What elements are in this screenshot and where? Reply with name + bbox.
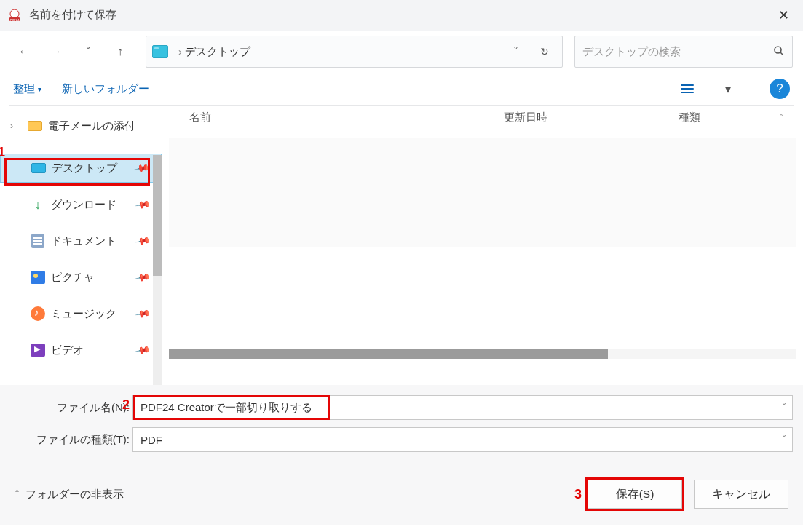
folder-icon [152, 45, 168, 58]
chevron-down-icon: ˅ [85, 45, 91, 59]
forward-button[interactable]: → [42, 38, 70, 65]
tree-item-downloads[interactable]: ↓ ダウンロード 📌 [0, 190, 162, 219]
chevron-up-icon: ˄ [15, 488, 20, 500]
column-type[interactable]: 種類 [679, 111, 759, 124]
tree-item-pictures[interactable]: ピクチャ 📌 [0, 263, 162, 292]
search-icon [773, 45, 785, 59]
chevron-down-icon: ▾ [725, 82, 731, 96]
hide-folders-button[interactable]: ˄ フォルダーの非表示 [15, 488, 124, 501]
dialog-title: 名前を付けて保存 [29, 8, 767, 22]
tree-item-music[interactable]: ミュージック 📌 [0, 299, 162, 328]
tree-item-email-attachments[interactable]: › 電子メールの添付 [0, 111, 162, 140]
horizontal-scrollbar-thumb[interactable] [169, 349, 608, 359]
chevron-down-icon[interactable]: ˅ [782, 434, 786, 445]
toolbar: 整理 ▾ 新しいフォルダー ▾ ? [0, 73, 803, 105]
svg-line-4 [780, 52, 783, 55]
body-area: 1 › 電子メールの添付 デスクトップ 📌 ↓ ダウンロード 📌 ドキュメント … [0, 106, 803, 385]
tree-item-label: ピクチャ [51, 271, 95, 285]
up-button[interactable]: ↑ [106, 38, 134, 65]
titlebar: PDF24 名前を付けて保存 ✕ [0, 0, 803, 31]
refresh-icon: ↻ [540, 46, 549, 57]
list-icon [681, 84, 694, 93]
pin-icon: 📌 [134, 342, 151, 359]
tree-scrollbar[interactable] [153, 155, 162, 385]
hide-folders-label: フォルダーの非表示 [25, 488, 124, 501]
save-button-label: 保存(S) [616, 487, 654, 502]
organize-button[interactable]: 整理 ▾ [13, 82, 41, 96]
chevron-down-icon: ▾ [38, 85, 41, 93]
pin-icon: 📌 [134, 306, 151, 322]
download-icon: ↓ [35, 197, 41, 213]
app-icon: PDF24 [7, 8, 22, 23]
organize-label: 整理 [13, 82, 35, 96]
view-options-button[interactable] [675, 78, 700, 100]
chevron-down-icon[interactable]: ˅ [782, 402, 786, 413]
svg-point-3 [775, 47, 781, 53]
arrow-right-icon: → [50, 45, 62, 58]
pin-icon: 📌 [134, 233, 151, 250]
file-list-pane: 名前 更新日時 種類 ˄ [162, 106, 803, 385]
chevron-up-icon: ˄ [779, 113, 783, 123]
pin-icon: 📌 [134, 269, 151, 286]
tree-item-desktop[interactable]: デスクトップ 📌 [0, 154, 162, 183]
svg-point-0 [10, 9, 19, 18]
footer: ˄ フォルダーの非表示 3 保存(S) キャンセル [0, 464, 803, 525]
video-icon [31, 344, 45, 357]
back-button[interactable]: ← [10, 38, 38, 65]
annotation-3: 3 [574, 487, 582, 502]
path-separator-icon: › [178, 46, 182, 57]
chevron-right-icon: › [10, 121, 22, 131]
music-icon [31, 306, 45, 321]
new-folder-label: 新しいフォルダー [62, 82, 149, 96]
chevron-down-icon: ˅ [513, 46, 518, 57]
close-button[interactable]: ✕ [767, 0, 800, 31]
navigation-row: ← → ˅ ↑ › デスクトップ ˅ ↻ デスクトップの検索 [0, 31, 803, 73]
filename-label: ファイル名(N): [10, 401, 132, 415]
desktop-icon [31, 163, 46, 173]
arrow-left-icon: ← [18, 45, 30, 58]
help-button[interactable]: ? [770, 79, 790, 99]
fields-section: 2 ファイル名(N): PDF24 Creatorで一部切り取りする ˅ ファイ… [0, 385, 803, 464]
tree-item-label: ミュージック [51, 307, 116, 321]
save-button[interactable]: 保存(S) [588, 480, 682, 509]
filename-value: PDF24 Creatorで一部切り取りする [141, 401, 312, 415]
tree-scrollbar-thumb[interactable] [153, 155, 162, 276]
horizontal-scrollbar[interactable] [169, 349, 796, 359]
cancel-button-label: キャンセル [712, 487, 770, 502]
recent-locations-button[interactable]: ˅ [74, 38, 102, 65]
column-name[interactable]: 名前 [176, 111, 504, 124]
tree-item-label: デスクトップ [52, 162, 117, 175]
column-modified[interactable]: 更新日時 [504, 111, 679, 124]
tree-item-label: ビデオ [51, 344, 84, 357]
filetype-select[interactable]: PDF ˅ [132, 427, 793, 452]
arrow-up-icon: ↑ [117, 45, 123, 58]
address-dropdown-button[interactable]: ˅ [502, 46, 529, 57]
pictures-icon [31, 271, 45, 284]
tree-item-videos[interactable]: ビデオ 📌 [0, 336, 162, 365]
document-icon [31, 234, 44, 248]
sort-indicator[interactable]: ˄ [759, 113, 803, 123]
refresh-button[interactable]: ↻ [531, 46, 558, 57]
filename-input[interactable]: PDF24 Creatorで一部切り取りする ˅ [132, 395, 793, 420]
address-location: デスクトップ [185, 45, 250, 59]
filetype-label: ファイルの種類(T): [10, 433, 132, 447]
svg-text:PDF24: PDF24 [10, 17, 20, 21]
tree-item-label: 電子メールの添付 [48, 119, 135, 133]
nav-tree: 1 › 電子メールの添付 デスクトップ 📌 ↓ ダウンロード 📌 ドキュメント … [0, 106, 162, 385]
view-dropdown-button[interactable]: ▾ [720, 75, 736, 103]
annotation-1: 1 [0, 145, 5, 160]
column-headers: 名前 更新日時 種類 ˄ [162, 106, 803, 130]
pin-icon: 📌 [133, 160, 150, 177]
search-input[interactable]: デスクトップの検索 [574, 36, 793, 68]
new-folder-button[interactable]: 新しいフォルダー [62, 82, 149, 96]
address-bar[interactable]: › デスクトップ ˅ ↻ [146, 36, 563, 68]
help-icon: ? [776, 82, 783, 96]
annotation-2: 2 [122, 397, 130, 413]
close-icon: ✕ [778, 7, 789, 23]
file-list-content[interactable] [162, 130, 803, 363]
filetype-value: PDF [141, 434, 162, 446]
tree-item-documents[interactable]: ドキュメント 📌 [0, 226, 162, 255]
tree-item-label: ダウンロード [51, 198, 116, 212]
pin-icon: 📌 [134, 196, 151, 213]
cancel-button[interactable]: キャンセル [694, 480, 788, 509]
